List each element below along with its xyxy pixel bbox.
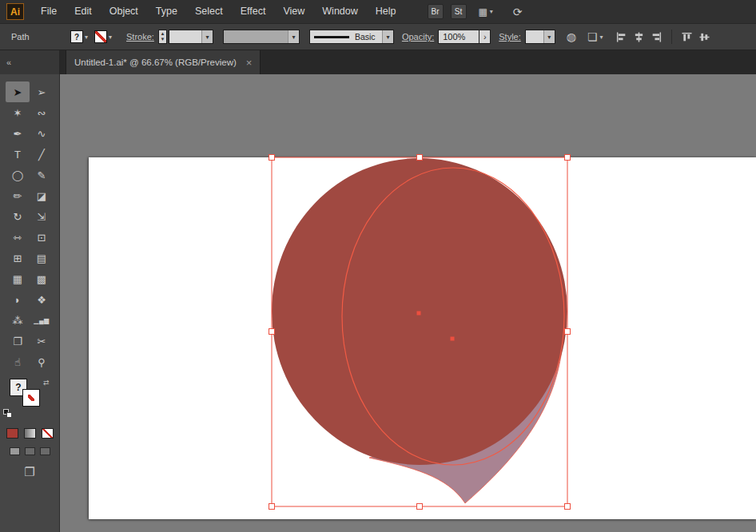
magic-wand-tool[interactable]: ✶ [6,102,30,123]
drawing-mode-buttons [10,447,50,455]
draw-behind-button[interactable] [25,447,35,455]
menu-file[interactable]: File [32,0,66,23]
menu-effect[interactable]: Effect [232,0,275,23]
stroke-none-swatch[interactable] [94,30,107,43]
eraser-tool[interactable]: ◪ [30,185,54,206]
brush-definition-dropdown[interactable]: Basic ▾ [309,30,394,44]
document-icon: ❏ [587,30,598,43]
fill-swatch[interactable]: ? [70,30,83,43]
draw-normal-button[interactable] [10,447,20,455]
stroke-weight-stepper[interactable]: ▲ ▼ [158,30,167,44]
mesh-tool[interactable]: ▦ [6,268,30,289]
menu-select[interactable]: Select [186,0,232,23]
style-panel-link[interactable]: Style: [499,32,521,42]
column-graph-tool[interactable]: ▁▄▆ [30,310,54,331]
free-transform-tool[interactable]: ⊡ [30,227,54,248]
menu-object[interactable]: Object [101,0,147,23]
opacity-input[interactable]: 100% [438,30,479,44]
width-tool[interactable]: ⇿ [6,227,30,248]
chevron-down-icon[interactable]: ▾ [109,34,112,41]
artboard-tool[interactable]: ❐ [6,331,30,351]
stroke-indicator-none[interactable] [22,389,40,407]
menubar-right: Br St ▦ ▾ ⟳ [428,4,523,19]
menu-window[interactable]: Window [313,0,366,23]
curvature-tool[interactable]: ∿ [30,123,54,144]
blend-tool[interactable]: ❖ [30,289,54,310]
screen-mode-button[interactable]: ❐ [24,465,34,479]
stroke-panel-link[interactable]: Stroke: [126,32,154,42]
chevron-down-icon[interactable]: ▾ [201,30,213,43]
shape-builder-tool[interactable]: ⊞ [6,248,30,268]
stepper-down-icon[interactable]: ▼ [160,37,165,42]
align-vertical-top-icon[interactable] [682,32,692,42]
chevron-down-icon[interactable]: ▾ [382,30,393,43]
draw-inside-button[interactable] [40,447,50,455]
selection-handle[interactable] [269,329,275,335]
chevron-right-icon[interactable]: › [479,30,491,44]
menu-help[interactable]: Help [367,0,405,23]
selection-handle[interactable] [565,155,571,161]
default-fill-stroke-icon[interactable] [3,409,13,419]
align-horizontal-center-icon[interactable] [634,32,644,42]
lasso-tool[interactable]: ∾ [30,102,54,123]
menu-edit[interactable]: Edit [66,0,101,23]
menu: FileEditObjectTypeSelectEffectViewWindow… [32,0,405,23]
graphic-style-dropdown[interactable]: ▾ [525,30,555,44]
pencil-tool[interactable]: ✏ [6,185,30,206]
perspective-grid-tool[interactable]: ▤ [30,248,54,268]
eyedropper-tool[interactable]: ◗ [6,289,30,310]
stroke-color-control[interactable]: ▾ [94,30,112,43]
chevron-down-icon[interactable]: ▾ [543,30,555,43]
toolbar-collapse-button[interactable]: « [0,50,60,74]
align-vertical-center-icon[interactable] [699,32,710,42]
type-tool[interactable]: T [6,144,30,165]
fill-color-control[interactable]: ? ▾ [70,30,88,43]
width-profile-dropdown[interactable]: ▾ [223,30,300,44]
workspace-switcher[interactable]: ▦ ▾ [479,6,493,18]
chevron-down-icon[interactable]: ▾ [85,34,88,41]
document-tab[interactable]: Untitled-1.ai* @ 66.67% (RGB/Preview) × [66,50,261,74]
scale-tool[interactable]: ⇲ [30,206,54,227]
align-horizontal-left-icon[interactable] [616,32,627,42]
canvas-area[interactable] [60,74,756,532]
selection-handle[interactable] [565,329,571,335]
direct-selection-tool[interactable]: ➢ [30,81,54,102]
align-horizontal-right-icon[interactable] [651,32,662,42]
selection-handle[interactable] [417,155,423,161]
color-mode-button[interactable] [6,428,18,439]
menu-view[interactable]: View [274,0,313,23]
hand-tool[interactable]: ☝ [6,351,30,372]
selection-handle[interactable] [269,155,275,161]
selection-handle[interactable] [417,504,423,510]
chevron-down-icon[interactable]: ▾ [288,30,299,43]
line-segment-tool[interactable]: ╱ [30,144,54,165]
gradient-tool[interactable]: ▩ [30,268,54,289]
zoom-tool[interactable]: ⚲ [30,351,54,372]
none-mode-button[interactable] [42,428,54,439]
stock-button[interactable]: St [451,4,467,19]
stepper-up-icon[interactable]: ▲ [160,31,165,37]
bridge-button[interactable]: Br [428,4,444,19]
center-anchor[interactable] [417,312,421,316]
center-anchor[interactable] [451,337,455,341]
pen-tool[interactable]: ✒ [6,123,30,144]
symbol-sprayer-tool[interactable]: ⁂ [6,310,30,331]
document-setup-control[interactable]: ❏ ▾ [587,30,603,43]
menu-type[interactable]: Type [147,0,186,23]
paint-mode-buttons [6,428,54,439]
gradient-mode-button[interactable] [24,428,36,439]
slice-tool[interactable]: ✂ [30,331,54,351]
cc-sync-icon[interactable]: ⟳ [513,6,523,18]
stroke-weight-combo[interactable]: ▾ [169,30,213,44]
ellipse-tool[interactable]: ◯ [6,165,30,185]
globe-icon[interactable]: ◍ [567,30,576,43]
close-icon[interactable]: × [246,57,253,69]
selection-tool[interactable]: ➤ [6,81,30,102]
app-logo[interactable]: Ai [6,3,24,20]
paintbrush-tool[interactable]: ✎ [30,165,54,185]
rotate-tool[interactable]: ↻ [6,206,30,227]
opacity-panel-link[interactable]: Opacity: [402,32,434,42]
selection-handle[interactable] [269,504,275,510]
swap-fill-stroke-icon[interactable]: ⇄ [43,379,50,387]
selection-handle[interactable] [565,504,571,510]
